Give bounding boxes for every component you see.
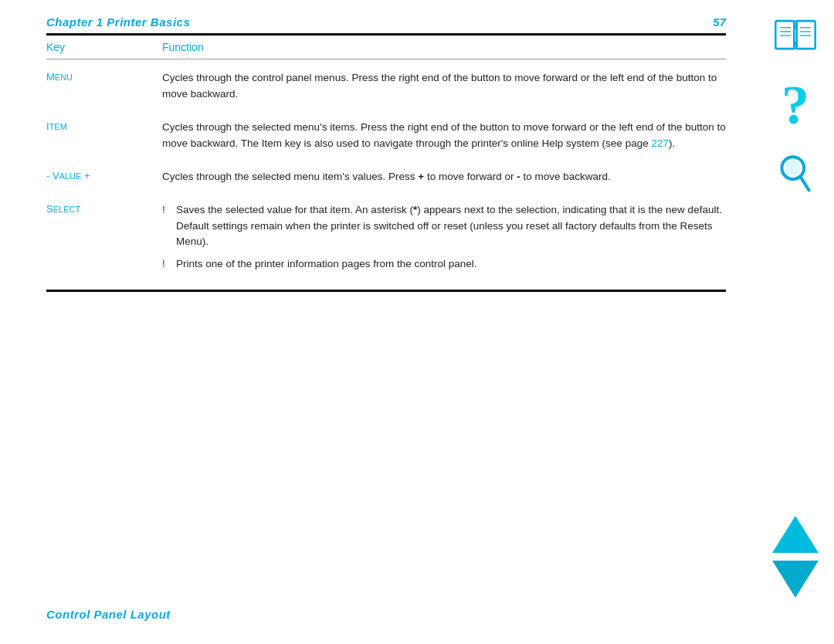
table-row: SELECT ! Saves the selected value for th… [46, 193, 726, 287]
col-header-function: Function [162, 41, 204, 53]
sidebar-icons: ? [772, 15, 819, 195]
bullet-item: ! Prints one of the printer information … [162, 256, 726, 273]
bullet-symbol: ! [162, 202, 171, 251]
chapter-title: Chapter 1 Printer Basics [46, 15, 190, 29]
table-body: MENU Cycles through the control panel me… [46, 61, 726, 286]
svg-line-12 [800, 177, 809, 191]
table-row: - VALUE + Cycles through the selected me… [46, 160, 726, 193]
desc-menu: Cycles through the control panel menus. … [162, 70, 726, 103]
key-item: ITEM [46, 120, 162, 152]
page-number: 57 [713, 15, 726, 29]
book-icon[interactable] [772, 15, 819, 56]
table-row: MENU Cycles through the control panel me… [46, 61, 726, 110]
bullet-item: ! Saves the selected value for that item… [162, 202, 726, 251]
magnifier-icon[interactable] [775, 154, 815, 195]
table-row: ITEM Cycles through the selected menu's … [46, 110, 726, 160]
desc-select: ! Saves the selected value for that item… [162, 202, 726, 280]
nav-arrows [772, 516, 819, 598]
desc-item: Cycles through the selected menu's items… [162, 120, 726, 152]
svg-point-11 [785, 161, 800, 175]
bullet-text: Saves the selected value for that item. … [176, 202, 726, 251]
desc-value: Cycles through the selected menu item's … [162, 169, 726, 185]
up-arrow-icon[interactable] [772, 516, 819, 553]
svg-rect-1 [797, 21, 815, 49]
bottom-divider [46, 290, 726, 292]
bullet-text: Prints one of the printer information pa… [176, 256, 476, 273]
table-header: Key Function [46, 36, 726, 59]
svg-rect-0 [775, 21, 794, 49]
bullet-symbol: ! [162, 256, 171, 273]
key-select: SELECT [46, 202, 162, 280]
footer: Control Panel Layout [46, 608, 171, 621]
col-header-key: Key [46, 41, 162, 53]
down-arrow-icon[interactable] [772, 561, 819, 598]
footer-title: Control Panel Layout [46, 608, 171, 621]
question-icon[interactable]: ? [781, 77, 809, 133]
page-link[interactable]: 227 [651, 137, 669, 149]
key-value: - VALUE + [46, 169, 162, 185]
key-menu: MENU [46, 70, 162, 103]
